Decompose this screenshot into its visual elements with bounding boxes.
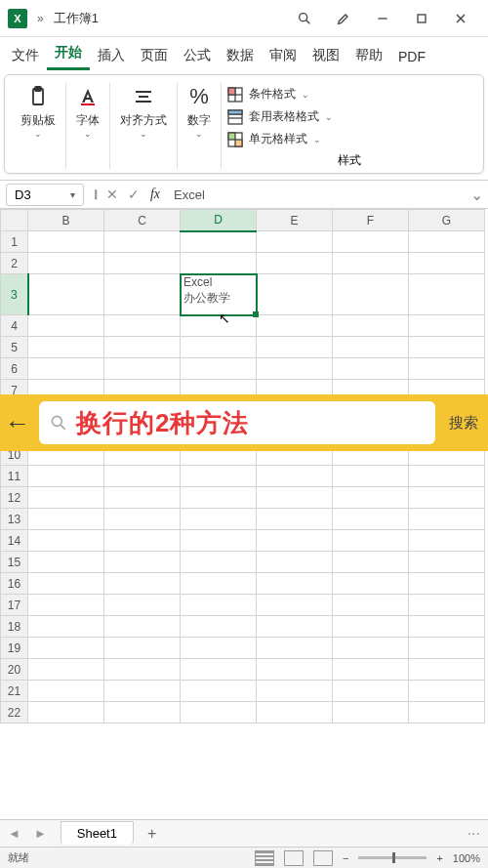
cell-G19[interactable] <box>409 638 485 659</box>
name-box[interactable]: D3 ▾ <box>6 184 84 206</box>
cell-G12[interactable] <box>409 487 485 509</box>
cell-D3[interactable]: Excel办公教学↖ <box>181 274 257 315</box>
sheet-options-icon[interactable]: ··· <box>468 825 480 843</box>
cell-E2[interactable] <box>257 253 333 274</box>
cell-G13[interactable] <box>409 509 485 530</box>
cell-G4[interactable] <box>409 315 485 337</box>
tab-formulas[interactable]: 公式 <box>176 41 219 70</box>
cell-F16[interactable] <box>333 573 409 595</box>
cell-D5[interactable] <box>181 337 257 358</box>
cell-B11[interactable] <box>28 466 104 487</box>
column-header-G[interactable]: G <box>409 210 485 231</box>
expand-formula-bar-button[interactable]: ⌄ <box>465 186 488 204</box>
row-header-6[interactable]: 6 <box>1 358 28 380</box>
cell-G22[interactable] <box>409 702 485 723</box>
cell-C12[interactable] <box>104 487 181 509</box>
cell-E13[interactable] <box>257 509 333 530</box>
cell-G11[interactable] <box>409 466 485 487</box>
cell-style-button[interactable]: 单元格样式 ⌄ <box>227 128 321 150</box>
tab-home[interactable]: 开始 <box>47 38 90 70</box>
cell-B12[interactable] <box>28 487 104 509</box>
cell-B14[interactable] <box>28 530 104 552</box>
cell-C20[interactable] <box>104 659 181 681</box>
tab-pdf[interactable]: PDF <box>390 43 433 70</box>
cell-D11[interactable] <box>181 466 257 487</box>
cell-D20[interactable] <box>181 659 257 681</box>
cell-B4[interactable] <box>28 315 104 337</box>
add-sheet-button[interactable]: + <box>147 825 156 843</box>
zoom-out-button[interactable]: − <box>343 852 348 864</box>
cell-D14[interactable] <box>181 530 257 552</box>
sheet-tab[interactable]: Sheet1 <box>61 821 134 845</box>
zoom-level[interactable]: 100% <box>453 852 480 864</box>
cell-B20[interactable] <box>28 659 104 681</box>
column-header-C[interactable]: C <box>104 210 181 231</box>
row-header-18[interactable]: 18 <box>1 616 28 638</box>
cell-C22[interactable] <box>104 702 181 723</box>
font-group[interactable]: 字体 ⌄ <box>66 83 110 169</box>
cell-D1[interactable] <box>181 231 257 253</box>
minimize-button[interactable] <box>363 4 402 33</box>
cell-F13[interactable] <box>333 509 409 530</box>
cell-F3[interactable] <box>333 274 409 315</box>
tab-help[interactable]: 帮助 <box>347 41 390 70</box>
cell-G21[interactable] <box>409 681 485 702</box>
search-button[interactable]: 搜索 <box>439 414 488 433</box>
cell-E14[interactable] <box>257 530 333 552</box>
cell-C19[interactable] <box>104 638 181 659</box>
row-header-5[interactable]: 5 <box>1 337 28 358</box>
row-header-22[interactable]: 22 <box>1 702 28 723</box>
cell-C21[interactable] <box>104 681 181 702</box>
cell-E20[interactable] <box>257 659 333 681</box>
cell-F6[interactable] <box>333 358 409 380</box>
column-header-D[interactable]: D <box>181 210 257 231</box>
cell-D19[interactable] <box>181 638 257 659</box>
cell-B2[interactable] <box>28 253 104 274</box>
cell-G14[interactable] <box>409 530 485 552</box>
row-header-20[interactable]: 20 <box>1 659 28 681</box>
row-header-4[interactable]: 4 <box>1 315 28 337</box>
row-header-13[interactable]: 13 <box>1 509 28 530</box>
cell-E22[interactable] <box>257 702 333 723</box>
row-header-19[interactable]: 19 <box>1 638 28 659</box>
row-header-11[interactable]: 11 <box>1 466 28 487</box>
cell-B19[interactable] <box>28 638 104 659</box>
tab-data[interactable]: 数据 <box>219 41 262 70</box>
tab-view[interactable]: 视图 <box>305 41 347 70</box>
cell-B3[interactable] <box>28 274 104 315</box>
tab-review[interactable]: 审阅 <box>262 41 305 70</box>
quick-access-chevron[interactable]: » <box>37 12 44 25</box>
alignment-group[interactable]: 对齐方式 ⌄ <box>110 83 178 169</box>
cell-F5[interactable] <box>333 337 409 358</box>
cell-E21[interactable] <box>257 681 333 702</box>
cell-D17[interactable] <box>181 595 257 616</box>
cell-G15[interactable] <box>409 552 485 573</box>
cell-C11[interactable] <box>104 466 181 487</box>
cell-C6[interactable] <box>104 358 181 380</box>
column-header-B[interactable]: B <box>28 210 104 231</box>
cell-D15[interactable] <box>181 552 257 573</box>
cell-F18[interactable] <box>333 616 409 638</box>
column-header-E[interactable]: E <box>257 210 333 231</box>
cell-E15[interactable] <box>257 552 333 573</box>
cell-E19[interactable] <box>257 638 333 659</box>
cell-C3[interactable] <box>104 274 181 315</box>
zoom-slider[interactable] <box>358 856 427 859</box>
cell-E5[interactable] <box>257 337 333 358</box>
spreadsheet-grid[interactable]: BCDEFG123Excel办公教学↖456789101112131415161… <box>0 209 488 723</box>
cell-F1[interactable] <box>333 231 409 253</box>
select-all-cell[interactable] <box>1 210 28 231</box>
cell-G17[interactable] <box>409 595 485 616</box>
cell-G2[interactable] <box>409 253 485 274</box>
cell-E3[interactable] <box>257 274 333 315</box>
sheet-nav-prev[interactable]: ◄ <box>8 826 20 841</box>
number-group[interactable]: % 数字 ⌄ <box>178 83 222 169</box>
row-header-1[interactable]: 1 <box>1 231 28 253</box>
cell-G18[interactable] <box>409 616 485 638</box>
search-box[interactable]: 换行的2种方法 <box>39 401 435 444</box>
cell-E18[interactable] <box>257 616 333 638</box>
cell-F11[interactable] <box>333 466 409 487</box>
cell-D12[interactable] <box>181 487 257 509</box>
cell-B22[interactable] <box>28 702 104 723</box>
cell-E12[interactable] <box>257 487 333 509</box>
